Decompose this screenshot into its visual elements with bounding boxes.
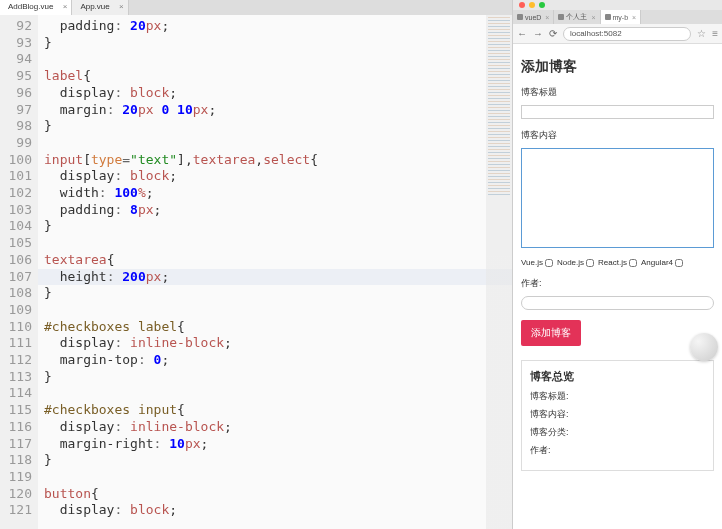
code-line[interactable]: label{ [44, 68, 512, 85]
summary-category-row: 博客分类: [530, 426, 705, 439]
code-line[interactable]: } [44, 285, 512, 302]
code-line[interactable]: display: block; [44, 85, 512, 102]
code-line[interactable]: margin-top: 0; [44, 352, 512, 369]
category-checkbox[interactable] [545, 259, 553, 267]
favicon-icon [605, 14, 611, 20]
code-line[interactable] [44, 469, 512, 486]
blog-content-textarea[interactable] [521, 148, 714, 248]
code-line[interactable]: padding: 20px; [44, 18, 512, 35]
line-number-gutter: 9293949596979899100101102103104105106107… [0, 15, 38, 529]
editor-tab-bar: AddBlog.vue×App.vue× [0, 0, 512, 15]
submit-button[interactable]: 添加博客 [521, 320, 581, 346]
browser-pane: vueD×个人主×my-b× ← → ⟳ ☆ ≡ 添加博客 博客标题 博客内容 … [513, 0, 722, 529]
code-area[interactable]: 9293949596979899100101102103104105106107… [0, 15, 512, 529]
category-option: Angular4 [641, 258, 683, 267]
category-label: Node.js [557, 258, 584, 267]
author-label: 作者: [521, 277, 714, 290]
code-line[interactable]: } [44, 218, 512, 235]
bookmark-icon[interactable]: ☆ [697, 28, 706, 39]
browser-tab-label: my-b [613, 14, 629, 21]
summary-heading: 博客总览 [530, 369, 705, 384]
browser-tab-label: vueD [525, 14, 541, 21]
category-option: Node.js [557, 258, 594, 267]
category-checkboxes: Vue.jsNode.jsReact.jsAngular4 [521, 258, 714, 267]
close-tab-icon[interactable]: × [591, 14, 595, 21]
category-checkbox[interactable] [586, 259, 594, 267]
favicon-icon [558, 14, 564, 20]
category-option: React.js [598, 258, 637, 267]
code-line[interactable]: height: 200px; [38, 269, 512, 286]
code-line[interactable]: display: inline-block; [44, 419, 512, 436]
minimap[interactable] [486, 15, 512, 529]
code-line[interactable]: padding: 8px; [44, 202, 512, 219]
maximize-window-icon[interactable] [539, 2, 545, 8]
url-input[interactable] [563, 27, 691, 41]
code-line[interactable]: #checkboxes label{ [44, 319, 512, 336]
category-checkbox[interactable] [675, 259, 683, 267]
close-tab-icon[interactable]: × [545, 14, 549, 21]
floating-action-button[interactable] [690, 333, 718, 361]
browser-tab-label: 个人主 [566, 12, 587, 22]
code-line[interactable]: width: 100%; [44, 185, 512, 202]
close-window-icon[interactable] [519, 2, 525, 8]
blog-title-input[interactable] [521, 105, 714, 119]
content-label: 博客内容 [521, 129, 714, 142]
editor-tab[interactable]: AddBlog.vue× [0, 0, 72, 15]
back-icon[interactable]: ← [517, 28, 527, 39]
code-editor-pane: AddBlog.vue×App.vue× 9293949596979899100… [0, 0, 513, 529]
editor-tab[interactable]: App.vue× [72, 0, 128, 15]
code-line[interactable] [44, 385, 512, 402]
code-line[interactable]: button{ [44, 486, 512, 503]
category-label: Angular4 [641, 258, 673, 267]
summary-content-row: 博客内容: [530, 408, 705, 421]
summary-author-row: 作者: [530, 444, 705, 457]
code-line[interactable]: display: inline-block; [44, 335, 512, 352]
category-label: Vue.js [521, 258, 543, 267]
address-bar: ← → ⟳ ☆ ≡ [513, 24, 722, 44]
code-line[interactable]: } [44, 452, 512, 469]
window-controls [513, 0, 722, 10]
close-tab-icon[interactable]: × [63, 2, 68, 11]
minimize-window-icon[interactable] [529, 2, 535, 8]
close-tab-icon[interactable]: × [119, 2, 124, 11]
browser-tab[interactable]: my-b× [601, 10, 642, 24]
page-title: 添加博客 [521, 58, 714, 76]
code-line[interactable] [44, 302, 512, 319]
category-label: React.js [598, 258, 627, 267]
title-label: 博客标题 [521, 86, 714, 99]
code-line[interactable]: display: block; [44, 168, 512, 185]
code-line[interactable] [44, 51, 512, 68]
code-line[interactable] [44, 135, 512, 152]
code-line[interactable]: #checkboxes input{ [44, 402, 512, 419]
code-line[interactable]: display: block; [44, 502, 512, 519]
close-tab-icon[interactable]: × [632, 14, 636, 21]
forward-icon[interactable]: → [533, 28, 543, 39]
favicon-icon [517, 14, 523, 20]
code-line[interactable]: margin: 20px 0 10px; [44, 102, 512, 119]
menu-icon[interactable]: ≡ [712, 28, 718, 39]
author-input[interactable] [521, 296, 714, 310]
code-line[interactable]: } [44, 118, 512, 135]
summary-box: 博客总览 博客标题: 博客内容: 博客分类: 作者: [521, 360, 714, 471]
summary-title-row: 博客标题: [530, 390, 705, 403]
browser-tab-bar: vueD×个人主×my-b× [513, 10, 722, 24]
code-line[interactable]: } [44, 369, 512, 386]
category-option: Vue.js [521, 258, 553, 267]
code-line[interactable] [44, 235, 512, 252]
browser-tab[interactable]: 个人主× [554, 10, 600, 24]
code-line[interactable]: } [44, 35, 512, 52]
rendered-page: 添加博客 博客标题 博客内容 Vue.jsNode.jsReact.jsAngu… [513, 44, 722, 529]
code-lines[interactable]: padding: 20px;} label{ display: block; m… [38, 15, 512, 529]
category-checkbox[interactable] [629, 259, 637, 267]
reload-icon[interactable]: ⟳ [549, 28, 557, 39]
code-line[interactable]: input[type="text"],textarea,select{ [44, 152, 512, 169]
code-line[interactable]: margin-right: 10px; [44, 436, 512, 453]
browser-tab[interactable]: vueD× [513, 10, 554, 24]
code-line[interactable]: textarea{ [44, 252, 512, 269]
